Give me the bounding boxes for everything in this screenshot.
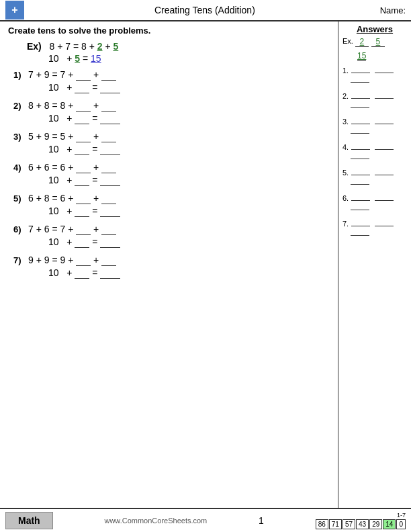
ans-1-blank2 <box>375 73 394 73</box>
footer-range: 1-7 <box>397 512 406 519</box>
ans-5-blank1 <box>351 175 370 175</box>
footer-url: www.CommonCoreSheets.com <box>104 517 207 525</box>
ans-2-blank1 <box>351 98 370 99</box>
logo-icon: + <box>5 1 24 19</box>
footer-page: 1 <box>259 515 264 526</box>
ex-answer: 15 <box>91 53 101 64</box>
code-29: 29 <box>369 519 382 529</box>
prob5-blank2 <box>101 193 116 204</box>
prob6-num: 6) <box>13 224 28 234</box>
ans-ex-val2: 5 <box>371 37 385 47</box>
prob1-ans <box>100 82 120 93</box>
prob1-row2: 10 + = <box>48 82 330 93</box>
ans-3-blank3 <box>351 133 369 134</box>
ans-item-4-label: 4. <box>342 143 349 151</box>
ans-item-6-label: 6. <box>342 194 349 202</box>
prob6-row2: 10 + = <box>48 236 330 248</box>
problem-2: 2) 8 + 8 = 8 + + 10 + = <box>8 100 330 124</box>
page-footer: Math www.CommonCoreSheets.com 1 1-7 86 7… <box>0 508 411 532</box>
prob4-num: 4) <box>13 163 28 173</box>
prob5-row2: 10 + = <box>48 206 330 217</box>
ans-item-5: 5. <box>342 168 407 187</box>
problem-7: 7) 9 + 9 = 9 + + 10 + = <box>8 255 330 279</box>
ans-7-blank1 <box>351 226 370 226</box>
main-layout: Create tens to solve the problems. Ex) 8… <box>0 21 411 508</box>
ans-4-blank1 <box>351 149 370 150</box>
problem-3: 3) 5 + 9 = 5 + + 10 + = <box>8 131 330 155</box>
prob6-row1: 6) 7 + 6 = 7 + + <box>13 224 330 235</box>
ans-2-blank3 <box>351 107 369 108</box>
page-title: Creating Tens (Addition) <box>30 5 380 15</box>
prob1-eq: 7 + 9 = 7 + + <box>28 69 116 81</box>
prob1-blank2 <box>101 69 116 81</box>
example-row2: 10 + 5 = 15 <box>48 53 330 64</box>
instructions: Create tens to solve the problems. <box>8 26 330 36</box>
ans-item-2: 2. <box>342 91 407 110</box>
prob3-row2: 10 + = <box>48 144 330 155</box>
prob7-row2: 10 + = <box>48 267 330 279</box>
ans-item-1: 1. <box>342 66 407 85</box>
prob4-blank2 <box>101 162 116 173</box>
prob4-row2: 10 + = <box>48 175 330 186</box>
footer-codes: 86 71 57 43 29 14 0 <box>316 519 406 529</box>
prob4-blank3 <box>75 175 89 186</box>
prob7-ans <box>100 267 120 279</box>
problem-1: 1) 7 + 9 = 7 + + 10 + = <box>8 69 330 93</box>
ans-item-3: 3. <box>342 117 407 136</box>
ans-ex-row2: 15 <box>357 51 407 60</box>
code-71: 71 <box>329 519 342 529</box>
ans-4-blank2 <box>375 149 394 150</box>
ans-item-1-label: 1. <box>342 66 349 75</box>
ans-3-blank2 <box>375 124 394 124</box>
code-57: 57 <box>342 519 355 529</box>
ex-blank3: 5 <box>75 53 80 64</box>
code-14: 14 <box>383 519 396 529</box>
ans-ex-col2: 5 <box>371 37 385 47</box>
code-0: 0 <box>396 519 406 529</box>
ans-item-7-label: 7. <box>342 220 349 228</box>
footer-math-label: Math <box>5 512 53 529</box>
ans-item-2-label: 2. <box>342 92 349 100</box>
example-equation: 8 + 7 = 8 + 2 + 5 <box>49 41 118 52</box>
ans-item-5-label: 5. <box>342 169 349 177</box>
prob1-num: 1) <box>13 70 28 80</box>
prob4-row1: 4) 6 + 6 = 6 + + <box>13 162 330 173</box>
prob7-blank1 <box>76 255 91 266</box>
example-row1: Ex) 8 + 7 = 8 + 2 + 5 <box>27 41 330 52</box>
ans-3-blank1 <box>351 124 370 124</box>
code-86: 86 <box>316 519 328 529</box>
prob3-blank1 <box>76 131 91 142</box>
prob1-blank1 <box>76 69 91 81</box>
name-label: Name: <box>380 5 406 15</box>
ans-3-row2 <box>351 126 372 136</box>
prob7-eq: 9 + 9 = 9 + + <box>28 255 116 266</box>
answers-example: Ex. 2 5 <box>342 37 407 47</box>
ans-2-row2 <box>351 101 372 110</box>
prob3-num: 3) <box>13 132 28 142</box>
prob6-blank3 <box>75 236 89 248</box>
prob5-num: 5) <box>13 193 28 204</box>
ans-1-blank3 <box>351 82 369 83</box>
ans-7-row2 <box>351 228 372 238</box>
problem-6: 6) 7 + 6 = 7 + + 10 + = <box>8 224 330 248</box>
prob2-ans <box>100 113 120 124</box>
prob2-row2: 10 + = <box>48 113 330 124</box>
prob6-eq: 7 + 6 = 7 + + <box>28 224 116 235</box>
page-header: + Creating Tens (Addition) Name: <box>0 0 411 21</box>
ans-4-blank3 <box>351 159 369 159</box>
ans-1-row2 <box>351 75 372 85</box>
ans-4-row2 <box>351 152 372 161</box>
ans-5-blank3 <box>351 184 369 185</box>
ans-7-blank3 <box>351 235 369 236</box>
prob6-blank1 <box>76 224 91 235</box>
prob6-ans <box>100 236 120 248</box>
ans-7-blank2 <box>375 226 394 226</box>
example-section: Ex) 8 + 7 = 8 + 2 + 5 10 + 5 = 15 <box>8 41 330 64</box>
ans-6-blank1 <box>351 200 370 201</box>
prob1-blank3 <box>75 82 89 93</box>
ans-1-blank1 <box>351 73 370 73</box>
prob2-blank2 <box>101 100 116 112</box>
ans-item-4: 4. <box>342 142 407 161</box>
content-area: Create tens to solve the problems. Ex) 8… <box>0 21 338 508</box>
prob6-blank2 <box>101 224 116 235</box>
